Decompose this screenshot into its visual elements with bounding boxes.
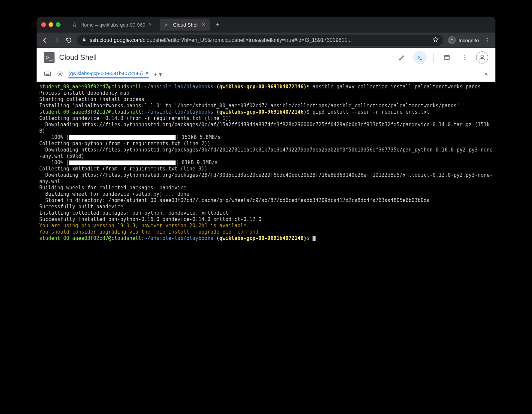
forward-button[interactable] — [53, 37, 61, 44]
close-session-icon[interactable]: × — [145, 70, 148, 76]
tab-strip: Home – qwiklabs-gcp-00-969 × Cloud Shell… — [37, 17, 495, 33]
cloudshell-header: >_ Cloud Shell — [37, 48, 495, 67]
session-tab[interactable]: (qwiklabs-gcp-00-9691b4072146) × — [68, 70, 149, 78]
toolbar: ssh.cloud.google.com/cloudshell/editor?h… — [37, 33, 495, 48]
divider — [433, 53, 434, 62]
progress-bar — [69, 160, 176, 165]
session-tab-label: (qwiklabs-gcp-00-9691b4072146) — [68, 70, 143, 76]
tab-cloudshell[interactable]: Cloud Shell × — [160, 19, 209, 31]
svg-rect-7 — [445, 55, 450, 56]
star-icon[interactable] — [433, 37, 439, 44]
incognito-label: Incognito — [459, 38, 479, 43]
terminal-button[interactable] — [413, 51, 427, 64]
add-session-button[interactable]: + ▾ — [154, 71, 162, 78]
command-1: ansible-galaxy collection install paloal… — [313, 84, 481, 90]
svg-point-3 — [487, 38, 488, 39]
open-window-button[interactable] — [440, 51, 454, 64]
lock-icon — [82, 37, 86, 43]
back-button[interactable] — [41, 37, 49, 44]
svg-marker-2 — [433, 37, 438, 42]
svg-rect-12 — [45, 72, 51, 75]
more-menu-button[interactable] — [458, 51, 471, 64]
incognito-icon — [448, 36, 456, 44]
incognito-indicator[interactable]: Incognito — [448, 36, 479, 44]
command-2: pip3 install --user -r requirements.txt — [313, 109, 430, 115]
cloudshell-tabbar: (qwiklabs-gcp-00-9691b4072146) × + ▾ × — [37, 67, 495, 82]
close-window-button[interactable] — [41, 22, 46, 27]
close-tab-icon[interactable]: × — [202, 22, 205, 28]
svg-point-10 — [465, 58, 466, 59]
tab-qwiklabs[interactable]: Home – qwiklabs-gcp-00-969 × — [67, 19, 156, 31]
reload-button[interactable] — [65, 37, 72, 44]
svg-rect-1 — [83, 39, 85, 41]
maximize-window-button[interactable] — [56, 22, 61, 27]
svg-point-9 — [465, 57, 466, 58]
minimize-window-button[interactable] — [49, 22, 53, 27]
url-text: ssh.cloud.google.com/cloudshell/editor?h… — [90, 37, 429, 43]
window-controls — [41, 22, 61, 27]
account-avatar[interactable] — [476, 52, 488, 63]
edit-button[interactable] — [395, 51, 409, 64]
progress-bar — [69, 135, 176, 140]
tab-title: Home – qwiklabs-gcp-00-969 — [80, 22, 145, 28]
cloudshell-title: Cloud Shell — [59, 53, 97, 62]
tab-title: Cloud Shell — [173, 22, 199, 28]
cloudshell-favicon-icon — [164, 22, 170, 27]
close-panel-button[interactable]: × — [484, 70, 488, 78]
address-bar[interactable]: ssh.cloud.google.com/cloudshell/editor?h… — [77, 35, 443, 46]
close-tab-icon[interactable]: × — [149, 22, 152, 28]
new-tab-button[interactable]: + — [213, 21, 222, 29]
svg-point-5 — [487, 42, 488, 43]
qwiklabs-favicon-icon — [72, 22, 77, 27]
svg-marker-0 — [72, 23, 76, 27]
keyboard-icon[interactable] — [44, 70, 51, 79]
terminal[interactable]: student_00_aaee03f02cd7@cloudshell:~/ans… — [37, 82, 495, 369]
cloudshell-logo-icon: >_ — [44, 52, 55, 63]
terminal-cursor — [313, 236, 316, 241]
settings-icon[interactable] — [57, 70, 63, 78]
svg-point-4 — [487, 40, 488, 41]
svg-point-11 — [481, 55, 483, 57]
svg-point-13 — [59, 73, 61, 74]
svg-point-8 — [465, 55, 466, 56]
browser-window: Home – qwiklabs-gcp-00-969 × Cloud Shell… — [37, 17, 495, 369]
browser-menu-button[interactable] — [483, 37, 491, 44]
